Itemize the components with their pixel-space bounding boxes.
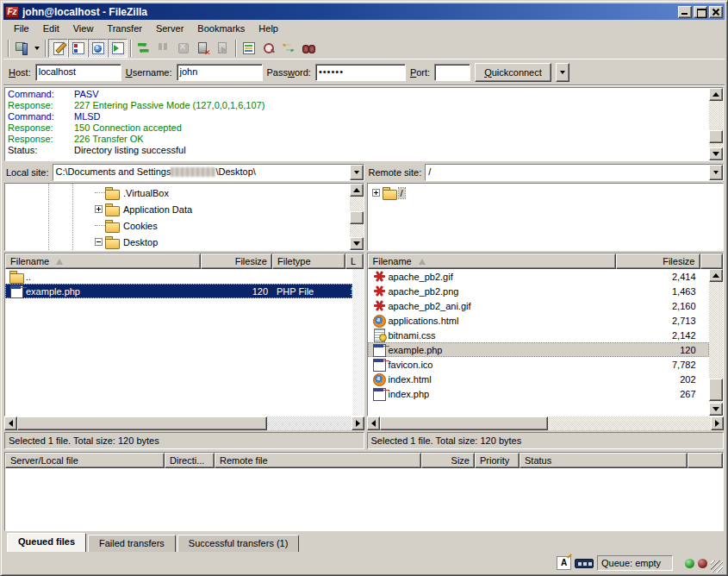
scroll-left-button[interactable] (4, 416, 17, 430)
file-row[interactable]: apache_pb2.png1,463 (368, 284, 710, 298)
menu-bookmarks[interactable]: Bookmarks (190, 22, 252, 35)
menu-server[interactable]: Server (149, 22, 190, 35)
site-manager-button[interactable] (11, 39, 31, 58)
log-scrollbar[interactable] (709, 88, 723, 160)
tree-item-desktop[interactable]: Desktop (5, 234, 350, 250)
file-row[interactable]: applications.html2,713 (368, 313, 710, 328)
file-row[interactable]: index.html202 (368, 372, 710, 386)
close-button[interactable] (709, 6, 723, 18)
file-row-example-php[interactable]: example.php120 (368, 342, 710, 357)
expand-plus-icon[interactable] (372, 189, 380, 197)
maximize-button[interactable] (694, 6, 707, 18)
column-header-filename[interactable]: Filename (5, 254, 201, 269)
menu-help[interactable]: Help (252, 22, 285, 35)
queue-tabs: Queued files Failed transfers Successful… (3, 531, 725, 552)
tree-item-application-data[interactable]: Application Data (5, 201, 350, 217)
scroll-up-button[interactable] (709, 269, 723, 282)
tab-successful-transfers[interactable]: Successful transfers (1) (177, 535, 300, 552)
local-site-combo[interactable]: C:\Documents and Settings\Desktop\ (53, 164, 364, 181)
remote-site-dropdown[interactable] (709, 165, 723, 180)
synchronized-browsing-button[interactable] (278, 39, 298, 58)
find-files-button[interactable] (298, 39, 318, 58)
quickconnect-button[interactable]: Quickconnect (475, 63, 551, 82)
expand-minus-icon[interactable] (95, 238, 103, 246)
toggle-queue-button[interactable] (108, 39, 128, 58)
local-pane: Local site: C:\Documents and Settings\De… (4, 163, 364, 449)
scroll-down-button[interactable] (709, 147, 723, 160)
column-header-lastmodified[interactable]: L (345, 254, 364, 269)
column-header-status[interactable]: Status (520, 453, 688, 468)
toggle-message-log-button[interactable] (48, 39, 68, 58)
expand-plus-icon[interactable] (95, 205, 103, 213)
remote-list-vscrollbar[interactable] (709, 269, 723, 416)
column-header-size[interactable]: Size (421, 453, 475, 468)
column-header-priority[interactable]: Priority (475, 453, 520, 468)
quickconnect-dropdown[interactable] (556, 63, 569, 82)
column-header-filesize[interactable]: Filesize (616, 254, 700, 269)
site-manager-dropdown[interactable] (31, 39, 42, 58)
file-row-example-php[interactable]: example.php 120 PHP File 1 (5, 284, 352, 298)
column-header-direction[interactable]: Directi... (165, 453, 215, 468)
file-row-parent-dir[interactable]: .. (5, 269, 352, 284)
remote-site-combo[interactable]: / (425, 164, 724, 181)
toggle-remote-tree-button[interactable] (88, 39, 108, 58)
scroll-down-button[interactable] (709, 403, 723, 416)
tab-failed-transfers[interactable]: Failed transfers (88, 535, 176, 552)
scroll-right-button[interactable] (711, 416, 724, 430)
column-header-remote-file[interactable]: Remote file (215, 453, 421, 468)
file-row[interactable]: index.php267 (368, 386, 710, 401)
column-header-filename[interactable]: Filename (368, 254, 616, 269)
cancel-button (173, 39, 193, 58)
scrollbar-track[interactable] (709, 282, 723, 403)
data-type-ascii-icon[interactable]: A (557, 556, 571, 570)
refresh-button[interactable] (134, 39, 153, 58)
scrollbar-track[interactable] (380, 416, 712, 430)
scroll-right-button[interactable] (352, 416, 364, 430)
host-input[interactable]: localhost (35, 64, 121, 81)
local-tree-scrollbar[interactable] (350, 184, 364, 250)
scrollbar-thumb[interactable] (350, 211, 364, 224)
scrollbar-thumb[interactable] (17, 416, 267, 430)
username-input[interactable]: john (177, 64, 263, 81)
receive-activity-led-icon (685, 559, 694, 568)
local-file-list: Filename Filesize Filetype L .. example.… (4, 253, 364, 416)
compare-directories-button[interactable] (258, 39, 278, 58)
scroll-left-button[interactable] (367, 416, 380, 430)
file-row[interactable]: bitnami.css2,142 (368, 328, 710, 342)
menu-file[interactable]: File (7, 22, 36, 35)
scrollbar-thumb[interactable] (709, 379, 723, 401)
html-file-icon (372, 314, 387, 327)
file-row[interactable]: apache_pb2_ani.gif2,160 (368, 298, 710, 313)
tab-queued-files[interactable]: Queued files (7, 533, 86, 552)
tree-item-cookies[interactable]: Cookies (5, 217, 350, 234)
toggle-local-tree-button[interactable] (68, 39, 88, 58)
scrollbar-thumb[interactable] (709, 130, 723, 143)
column-header-filesize[interactable]: Filesize (201, 254, 272, 269)
file-row[interactable]: apache_pb2.gif2,414 (368, 269, 710, 284)
menu-edit[interactable]: Edit (36, 22, 66, 35)
password-input[interactable]: •••••• (315, 64, 406, 81)
scrollbar-track[interactable] (350, 197, 364, 237)
local-list-hscrollbar[interactable] (4, 416, 364, 430)
column-header-server-local-file[interactable]: Server/Local file (5, 453, 165, 468)
menu-view[interactable]: View (66, 22, 101, 35)
scrollbar-thumb[interactable] (380, 416, 548, 430)
scroll-up-button[interactable] (350, 184, 364, 197)
menu-transfer[interactable]: Transfer (100, 22, 149, 35)
disconnect-button[interactable] (193, 39, 213, 58)
scroll-down-button[interactable] (350, 237, 364, 250)
minimize-button[interactable] (678, 6, 692, 18)
file-row[interactable]: favicon.ico7,782 (368, 357, 710, 372)
tree-item-root[interactable]: / (368, 185, 724, 201)
local-site-dropdown[interactable] (350, 165, 364, 180)
remote-list-hscrollbar[interactable] (367, 416, 725, 430)
scrollbar-track[interactable] (709, 101, 723, 147)
speed-limit-icon[interactable] (575, 559, 594, 568)
scrollbar-track[interactable] (17, 416, 352, 430)
column-header-filetype[interactable]: Filetype (272, 254, 345, 269)
port-input[interactable] (434, 64, 470, 81)
tree-item-virtualbox[interactable]: .VirtualBox (5, 185, 350, 201)
resize-grip[interactable] (711, 560, 723, 573)
filter-button[interactable] (239, 39, 258, 58)
scroll-up-button[interactable] (709, 88, 723, 101)
